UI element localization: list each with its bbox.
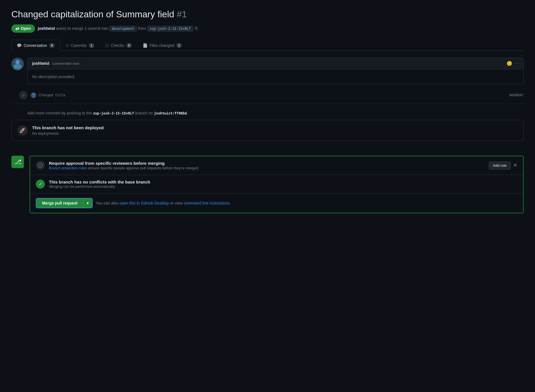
comment-time: commented now: [52, 61, 79, 66]
timeline-hash[interactable]: 96d0047: [509, 93, 524, 97]
add-rule-button[interactable]: Add rule: [489, 161, 511, 170]
deployment-icon: 🚀: [17, 125, 28, 135]
timeline-avatar: [31, 92, 36, 98]
approval-text: Require approval from specific reviewers…: [49, 161, 199, 170]
comment-box: joshtwist commented now 😊 ··· No descrip…: [27, 58, 524, 84]
svg-point-3: [16, 60, 20, 64]
merge-pull-request-button[interactable]: Merge pull request: [36, 199, 83, 208]
pr-number: #1: [177, 9, 187, 19]
commenter-avatar: [11, 58, 24, 70]
pr-meta: joshtwist wants to merge 1 commit into d…: [38, 25, 198, 32]
approval-row: Require approval from specific reviewers…: [30, 156, 523, 175]
deployment-subtitle: No deployments: [32, 131, 518, 135]
approval-actions: Add rule ✕: [489, 161, 517, 170]
no-conflicts-text: This branch has no conflicts with the ba…: [49, 180, 150, 189]
timeline-icon: ⊙: [19, 91, 27, 99]
comment-author[interactable]: joshtwist: [32, 61, 49, 66]
tab-commits-label: Commits: [71, 43, 87, 48]
timeline-action-text: Changed title: [39, 93, 65, 97]
pr-meta-text: wants to merge 1 commit into: [56, 26, 108, 31]
push-info-branch[interactable]: zup-josh-2-15-IXv0LT: [93, 111, 134, 115]
timeline-item: ⊙ Changed title 96d0047: [11, 89, 524, 101]
merge-also-text: You can also open this in GitHub Desktop…: [96, 201, 231, 205]
comment-wrapper: joshtwist commented now 😊 ··· No descrip…: [11, 58, 524, 84]
main-content: joshtwist commented now 😊 ··· No descrip…: [11, 58, 524, 213]
svg-point-6: [32, 93, 35, 95]
deployment-content: This branch has not been deployed No dep…: [32, 125, 518, 135]
tab-files-badge: 1: [176, 43, 182, 48]
pr-status-badge: ⇄ Open: [11, 24, 35, 33]
push-info: Add more commits by pushing to the zup-j…: [11, 111, 524, 115]
tab-checks-label: Checks: [111, 43, 124, 48]
dropdown-icon: ▾: [87, 201, 89, 205]
push-info-text-after: .: [187, 111, 188, 115]
checks-icon: ☑: [105, 43, 109, 48]
comment-header: joshtwist commented now 😊 ···: [28, 58, 523, 69]
branch-protection-link[interactable]: Branch protection rules: [49, 166, 87, 170]
commits-icon: ⊙: [66, 43, 69, 48]
approval-left: Require approval from specific reviewers…: [36, 161, 199, 170]
timeline-content: Changed title: [31, 92, 506, 98]
comment-body-text: No description provided.: [32, 74, 75, 79]
tab-files-label: Files changed: [150, 43, 174, 48]
pr-author[interactable]: joshtwist: [38, 26, 55, 31]
copy-branch-button[interactable]: ⎘: [194, 25, 198, 32]
comment-meta: joshtwist commented now: [32, 61, 79, 66]
tabs-bar: 💬 Conversation 0 ⊙ Commits 1 ☑ Checks 0 …: [11, 39, 524, 51]
tab-files-changed[interactable]: 📄 Files changed 1: [137, 40, 187, 51]
no-conflicts-row: ✓ This branch has no conflicts with the …: [30, 175, 523, 193]
dismiss-approval-button[interactable]: ✕: [513, 162, 517, 168]
approval-description: ensure specific people approve pull requ…: [88, 166, 199, 170]
merge-button-group: Merge pull request ▾: [36, 198, 93, 208]
comment-body: No description provided.: [28, 69, 523, 84]
section-divider: [11, 104, 524, 104]
tab-conversation-badge: 0: [49, 43, 55, 48]
no-conflicts-title: This branch has no conflicts with the ba…: [49, 180, 150, 184]
svg-rect-4: [14, 64, 22, 68]
conversation-icon: 💬: [17, 43, 22, 48]
push-info-repo[interactable]: joshtwist/ff00bd: [154, 111, 187, 115]
cli-instructions-link[interactable]: command line instructions: [184, 201, 230, 205]
pr-status-row: ⇄ Open joshtwist wants to merge 1 commit…: [11, 24, 524, 33]
deployment-title: This branch has not been deployed: [32, 125, 518, 130]
comment-actions: 😊 ···: [507, 61, 519, 66]
approval-title: Require approval from specific reviewers…: [49, 161, 199, 166]
target-branch-badge[interactable]: development: [109, 26, 137, 32]
merge-section-icon: ⎇: [11, 156, 24, 168]
merge-box: Require approval from specific reviewers…: [30, 156, 524, 213]
more-options-button[interactable]: ···: [515, 61, 519, 66]
check-circle-icon: ✓: [36, 180, 45, 189]
merge-section-wrapper: ⎇ Require approval from specific reviewe…: [11, 151, 524, 213]
source-branch-badge[interactable]: zup-josh-2-15-IXv0LT: [147, 26, 193, 32]
tab-commits-badge: 1: [89, 43, 94, 48]
tab-checks[interactable]: ☑ Checks 0: [100, 40, 137, 51]
merge-button-row: Merge pull request ▾ You can also open t…: [30, 193, 523, 213]
status-text: Open: [21, 26, 31, 31]
files-icon: 📄: [143, 43, 148, 48]
merge-dropdown-button[interactable]: ▾: [83, 199, 92, 208]
tab-commits[interactable]: ⊙ Commits 1: [60, 40, 100, 51]
pr-title-text: Changed capitalization of Summary field: [11, 9, 174, 19]
push-info-text-before: Add more commits by pushing to the: [27, 111, 92, 115]
emoji-reaction-button[interactable]: 😊: [507, 61, 512, 66]
no-conflicts-subtitle: Merging can be performed automatically.: [49, 184, 150, 189]
pr-title: Changed capitalization of Summary field …: [11, 9, 524, 20]
tab-checks-badge: 0: [126, 43, 132, 48]
merge-icon: ⇄: [15, 26, 19, 31]
approval-icon: [36, 161, 45, 170]
tab-conversation[interactable]: 💬 Conversation 0: [11, 40, 60, 51]
github-desktop-link[interactable]: open this in GitHub Desktop: [119, 201, 169, 205]
deployment-box: 🚀 This branch has not been deployed No d…: [11, 120, 524, 141]
push-info-text-middle: branch on: [135, 111, 153, 115]
tab-conversation-label: Conversation: [24, 43, 47, 48]
